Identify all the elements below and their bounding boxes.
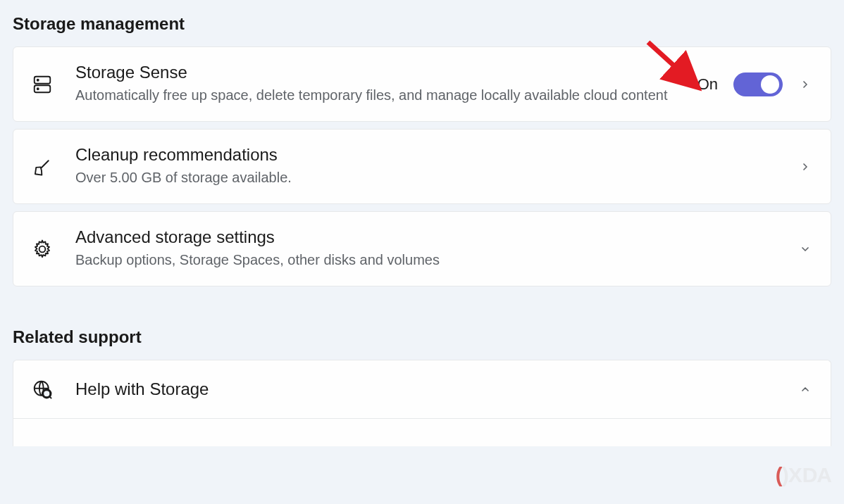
storage-sense-toggle[interactable] — [733, 73, 783, 96]
storage-sense-description: Automatically free up space, delete temp… — [75, 85, 675, 106]
chevron-up-icon — [798, 382, 812, 396]
cleanup-title: Cleanup recommendations — [75, 145, 776, 165]
svg-point-2 — [37, 79, 39, 80]
advanced-description: Backup options, Storage Spaces, other di… — [75, 250, 776, 270]
chevron-right-icon — [798, 160, 812, 174]
help-expanded-area — [13, 418, 831, 446]
related-support-header: Related support — [13, 327, 831, 347]
storage-sense-toggle-label: On — [697, 75, 718, 94]
watermark: ()XDA — [776, 463, 831, 487]
broom-icon — [32, 156, 53, 177]
help-with-storage-row[interactable]: Help with Storage — [13, 360, 831, 418]
storage-sense-row[interactable]: Storage Sense Automatically free up spac… — [13, 46, 831, 122]
cleanup-content: Cleanup recommendations Over 5.00 GB of … — [75, 145, 776, 188]
storage-sense-content: Storage Sense Automatically free up spac… — [75, 63, 675, 106]
gear-icon — [32, 239, 53, 260]
svg-point-4 — [39, 246, 46, 252]
advanced-title: Advanced storage settings — [75, 227, 776, 247]
advanced-storage-row[interactable]: Advanced storage settings Backup options… — [13, 211, 831, 286]
chevron-right-icon — [798, 77, 812, 92]
cleanup-recommendations-row[interactable]: Cleanup recommendations Over 5.00 GB of … — [13, 129, 831, 204]
cleanup-description: Over 5.00 GB of storage available. — [75, 168, 776, 188]
storage-management-header: Storage management — [13, 14, 831, 34]
chevron-down-icon — [798, 242, 812, 256]
help-title: Help with Storage — [75, 379, 776, 399]
storage-sense-title: Storage Sense — [75, 63, 675, 82]
storage-icon — [32, 74, 53, 95]
svg-point-3 — [37, 88, 39, 89]
globe-help-icon — [32, 379, 53, 400]
advanced-content: Advanced storage settings Backup options… — [75, 227, 776, 270]
